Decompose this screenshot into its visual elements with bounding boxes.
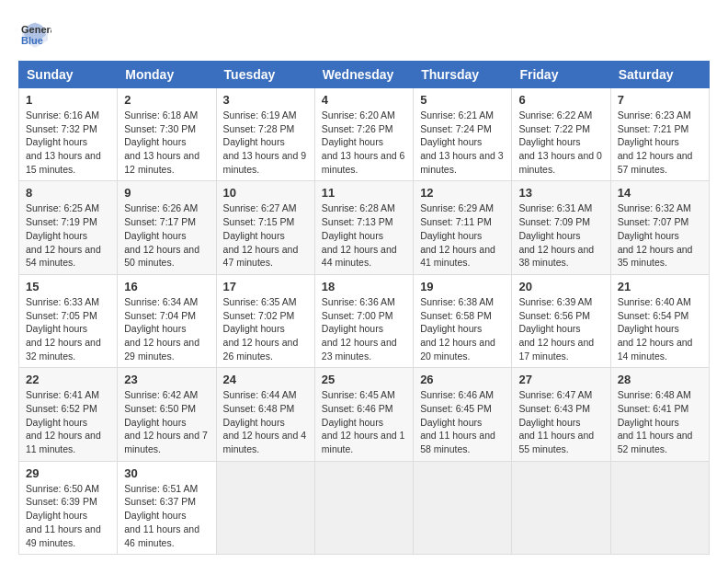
calendar-table: SundayMondayTuesdayWednesdayThursdayFrid…: [18, 61, 710, 555]
day-info: Sunrise: 6:46 AM Sunset: 6:45 PM Dayligh…: [420, 388, 505, 455]
day-info: Sunrise: 6:26 AM Sunset: 7:17 PM Dayligh…: [124, 201, 209, 269]
day-number: 10: [223, 186, 308, 200]
calendar-day: 7 Sunrise: 6:23 AM Sunset: 7:21 PM Dayli…: [610, 88, 709, 181]
day-number: 16: [124, 280, 209, 293]
day-number: 13: [518, 186, 603, 200]
day-number: 23: [124, 373, 209, 386]
day-info: Sunrise: 6:48 AM Sunset: 6:41 PM Dayligh…: [618, 388, 702, 455]
calendar-day: [414, 461, 512, 554]
day-info: Sunrise: 6:32 AM Sunset: 7:07 PM Dayligh…: [618, 201, 702, 269]
calendar-day: 29 Sunrise: 6:50 AM Sunset: 6:39 PM Dayl…: [19, 461, 118, 554]
day-number: 12: [420, 186, 505, 200]
day-info: Sunrise: 6:18 AM Sunset: 7:30 PM Dayligh…: [124, 109, 209, 176]
day-info: Sunrise: 6:23 AM Sunset: 7:21 PM Dayligh…: [618, 109, 702, 176]
day-number: 3: [223, 93, 308, 107]
day-info: Sunrise: 6:51 AM Sunset: 6:37 PM Dayligh…: [124, 482, 209, 549]
day-info: Sunrise: 6:40 AM Sunset: 6:54 PM Dayligh…: [618, 295, 702, 362]
day-info: Sunrise: 6:29 AM Sunset: 7:11 PM Dayligh…: [420, 201, 505, 269]
calendar-day: 8 Sunrise: 6:25 AM Sunset: 7:19 PM Dayli…: [19, 181, 118, 274]
day-number: 14: [618, 186, 702, 200]
day-number: 17: [223, 280, 308, 293]
page-header: General Blue: [18, 18, 710, 52]
day-number: 11: [322, 186, 406, 200]
day-number: 18: [322, 280, 406, 293]
calendar-day: 10 Sunrise: 6:27 AM Sunset: 7:15 PM Dayl…: [216, 181, 314, 274]
calendar-week-1: 1 Sunrise: 6:16 AM Sunset: 7:32 PM Dayli…: [19, 88, 710, 181]
day-number: 29: [26, 466, 110, 480]
calendar-day: 30 Sunrise: 6:51 AM Sunset: 6:37 PM Dayl…: [118, 461, 216, 554]
calendar-day: 1 Sunrise: 6:16 AM Sunset: 7:32 PM Dayli…: [19, 88, 118, 181]
calendar-week-2: 8 Sunrise: 6:25 AM Sunset: 7:19 PM Dayli…: [19, 181, 710, 274]
svg-text:Blue: Blue: [21, 35, 43, 46]
calendar-day: 23 Sunrise: 6:42 AM Sunset: 6:50 PM Dayl…: [118, 368, 216, 461]
calendar-day: 13 Sunrise: 6:31 AM Sunset: 7:09 PM Dayl…: [512, 181, 610, 274]
day-info: Sunrise: 6:47 AM Sunset: 6:43 PM Dayligh…: [518, 388, 603, 455]
day-number: 20: [518, 280, 603, 293]
calendar-day: [610, 461, 709, 554]
calendar-header-sunday: Sunday: [19, 62, 118, 88]
calendar-day: 22 Sunrise: 6:41 AM Sunset: 6:52 PM Dayl…: [19, 368, 118, 461]
calendar-day: [216, 461, 314, 554]
day-info: Sunrise: 6:19 AM Sunset: 7:28 PM Dayligh…: [223, 109, 308, 176]
day-info: Sunrise: 6:50 AM Sunset: 6:39 PM Dayligh…: [26, 482, 110, 549]
day-number: 1: [26, 93, 110, 107]
svg-text:General: General: [21, 24, 51, 35]
day-number: 15: [26, 280, 110, 293]
day-number: 30: [124, 466, 209, 480]
day-number: 19: [420, 280, 505, 293]
logo: General Blue: [18, 18, 51, 52]
calendar-day: 6 Sunrise: 6:22 AM Sunset: 7:22 PM Dayli…: [512, 88, 610, 181]
calendar-day: 3 Sunrise: 6:19 AM Sunset: 7:28 PM Dayli…: [216, 88, 314, 181]
calendar-day: [314, 461, 413, 554]
calendar-day: 17 Sunrise: 6:35 AM Sunset: 7:02 PM Dayl…: [216, 274, 314, 367]
calendar-day: 20 Sunrise: 6:39 AM Sunset: 6:56 PM Dayl…: [512, 274, 610, 367]
day-info: Sunrise: 6:36 AM Sunset: 7:00 PM Dayligh…: [322, 295, 406, 362]
calendar-day: 27 Sunrise: 6:47 AM Sunset: 6:43 PM Dayl…: [512, 368, 610, 461]
calendar-day: 18 Sunrise: 6:36 AM Sunset: 7:00 PM Dayl…: [314, 274, 413, 367]
calendar-day: 15 Sunrise: 6:33 AM Sunset: 7:05 PM Dayl…: [19, 274, 118, 367]
calendar-header-friday: Friday: [512, 62, 610, 88]
day-info: Sunrise: 6:44 AM Sunset: 6:48 PM Dayligh…: [223, 388, 308, 455]
day-info: Sunrise: 6:27 AM Sunset: 7:15 PM Dayligh…: [223, 201, 308, 269]
day-number: 26: [420, 373, 505, 386]
calendar-day: 5 Sunrise: 6:21 AM Sunset: 7:24 PM Dayli…: [414, 88, 512, 181]
calendar-day: 2 Sunrise: 6:18 AM Sunset: 7:30 PM Dayli…: [118, 88, 216, 181]
calendar-day: 4 Sunrise: 6:20 AM Sunset: 7:26 PM Dayli…: [314, 88, 413, 181]
day-number: 25: [322, 373, 406, 386]
calendar-day: [512, 461, 610, 554]
calendar-body: 1 Sunrise: 6:16 AM Sunset: 7:32 PM Dayli…: [19, 88, 710, 555]
day-number: 22: [26, 373, 110, 386]
day-info: Sunrise: 6:42 AM Sunset: 6:50 PM Dayligh…: [124, 388, 209, 455]
day-info: Sunrise: 6:21 AM Sunset: 7:24 PM Dayligh…: [420, 109, 505, 176]
day-number: 7: [618, 93, 702, 107]
day-number: 6: [518, 93, 603, 107]
day-info: Sunrise: 6:31 AM Sunset: 7:09 PM Dayligh…: [518, 201, 603, 269]
day-number: 9: [124, 186, 209, 200]
day-info: Sunrise: 6:39 AM Sunset: 6:56 PM Dayligh…: [518, 295, 603, 362]
day-info: Sunrise: 6:20 AM Sunset: 7:26 PM Dayligh…: [322, 109, 406, 176]
day-info: Sunrise: 6:16 AM Sunset: 7:32 PM Dayligh…: [26, 109, 110, 176]
day-number: 4: [322, 93, 406, 107]
calendar-week-4: 22 Sunrise: 6:41 AM Sunset: 6:52 PM Dayl…: [19, 368, 710, 461]
calendar-day: 25 Sunrise: 6:45 AM Sunset: 6:46 PM Dayl…: [314, 368, 413, 461]
day-info: Sunrise: 6:41 AM Sunset: 6:52 PM Dayligh…: [26, 388, 110, 455]
calendar-header-wednesday: Wednesday: [314, 62, 413, 88]
day-info: Sunrise: 6:45 AM Sunset: 6:46 PM Dayligh…: [322, 388, 406, 455]
day-number: 27: [518, 373, 603, 386]
day-info: Sunrise: 6:22 AM Sunset: 7:22 PM Dayligh…: [518, 109, 603, 176]
day-info: Sunrise: 6:33 AM Sunset: 7:05 PM Dayligh…: [26, 295, 110, 362]
calendar-header-tuesday: Tuesday: [216, 62, 314, 88]
day-info: Sunrise: 6:35 AM Sunset: 7:02 PM Dayligh…: [223, 295, 308, 362]
logo-container: General Blue: [18, 18, 51, 52]
calendar-header-thursday: Thursday: [414, 62, 512, 88]
day-number: 8: [26, 186, 110, 200]
day-number: 5: [420, 93, 505, 107]
day-info: Sunrise: 6:25 AM Sunset: 7:19 PM Dayligh…: [26, 201, 110, 269]
calendar-header-row: SundayMondayTuesdayWednesdayThursdayFrid…: [19, 62, 710, 88]
calendar-header-saturday: Saturday: [610, 62, 709, 88]
calendar-day: 9 Sunrise: 6:26 AM Sunset: 7:17 PM Dayli…: [118, 181, 216, 274]
day-info: Sunrise: 6:34 AM Sunset: 7:04 PM Dayligh…: [124, 295, 209, 362]
calendar-day: 21 Sunrise: 6:40 AM Sunset: 6:54 PM Dayl…: [610, 274, 709, 367]
day-info: Sunrise: 6:38 AM Sunset: 6:58 PM Dayligh…: [420, 295, 505, 362]
day-number: 21: [618, 280, 702, 293]
